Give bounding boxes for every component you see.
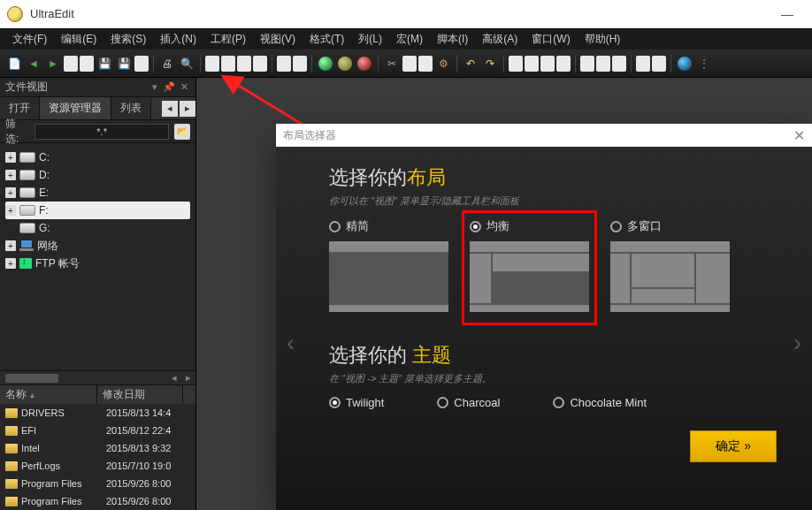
- radio-icon[interactable]: [329, 397, 341, 408]
- save-icon[interactable]: 💾: [96, 55, 113, 72]
- sidebar-tab-list[interactable]: 列表: [111, 97, 151, 119]
- doc-icon-f[interactable]: [293, 56, 307, 72]
- menu-column[interactable]: 列(L): [351, 32, 389, 47]
- theme-option-charcoal[interactable]: Charcoal: [437, 396, 500, 409]
- paste-icon[interactable]: [418, 56, 433, 72]
- tab-scroll-right-icon[interactable]: ▸: [180, 101, 195, 117]
- ok-button[interactable]: 确定 »: [690, 430, 777, 462]
- list-item[interactable]: Program Files2015/9/26 8:00: [0, 492, 195, 510]
- expander-icon[interactable]: +: [5, 205, 16, 216]
- doc-icon-e[interactable]: [277, 56, 291, 72]
- save-all-icon[interactable]: 💾: [115, 55, 133, 72]
- macro-record-icon[interactable]: [336, 55, 354, 72]
- expander-icon[interactable]: +: [5, 170, 16, 180]
- panel-dropdown-icon[interactable]: ▾: [150, 81, 159, 93]
- menu-help[interactable]: 帮助(H): [578, 32, 628, 47]
- panel-close-icon[interactable]: ✕: [179, 81, 190, 93]
- drive-item-e[interactable]: +E:: [5, 184, 190, 202]
- list-item[interactable]: Program Files2015/9/26 8:00: [0, 475, 195, 492]
- menu-insert[interactable]: 插入(N): [153, 32, 203, 47]
- column-header-name[interactable]: 名称: [0, 385, 97, 404]
- macro-stop-icon[interactable]: [356, 55, 373, 72]
- web-icon[interactable]: [676, 55, 693, 72]
- page-group-icon[interactable]: [134, 56, 149, 72]
- open-folder-icon[interactable]: 📂: [174, 124, 190, 140]
- scroll-right-icon[interactable]: ▸: [181, 372, 195, 384]
- column-header-date[interactable]: 修改日期: [97, 385, 183, 404]
- expander-icon[interactable]: +: [5, 152, 16, 163]
- column-resize-handle[interactable]: [183, 385, 195, 404]
- print-icon[interactable]: 🖨: [158, 55, 176, 72]
- tab-scroll-left-icon[interactable]: ◂: [162, 101, 178, 117]
- menu-file[interactable]: 文件(F): [5, 32, 54, 47]
- filter-input[interactable]: [34, 124, 169, 140]
- scroll-left-icon[interactable]: ◂: [167, 372, 181, 384]
- expander-icon[interactable]: +: [5, 187, 16, 198]
- list-item[interactable]: DRIVERS2015/8/13 14:4: [0, 404, 195, 422]
- carousel-next-icon[interactable]: ›: [793, 329, 801, 357]
- layout-option-multiwindow[interactable]: 多窗口: [610, 218, 730, 312]
- drive-item-d[interactable]: +D:: [5, 166, 190, 184]
- menu-edit[interactable]: 编辑(E): [54, 32, 103, 47]
- list-item[interactable]: Intel2015/8/13 9:32: [0, 439, 195, 457]
- panel-pin-icon[interactable]: 📌: [161, 81, 177, 93]
- doc-icon-d[interactable]: [253, 56, 267, 72]
- doc-icon-b[interactable]: [221, 56, 235, 72]
- radio-icon[interactable]: [437, 397, 448, 408]
- macro-play-icon[interactable]: [317, 55, 334, 72]
- copy-icon[interactable]: [402, 56, 417, 72]
- menu-window[interactable]: 窗口(W): [525, 32, 577, 47]
- nav-fwd-icon[interactable]: ►: [44, 55, 62, 72]
- theme-option-twilight[interactable]: Twilight: [329, 396, 384, 409]
- menu-advanced[interactable]: 高级(A): [475, 32, 525, 47]
- drive-item-network[interactable]: +网络: [5, 237, 190, 255]
- view-icon-1[interactable]: [580, 56, 594, 72]
- layout-icon-2[interactable]: [652, 56, 666, 72]
- misc-icon-3[interactable]: [540, 56, 555, 72]
- view-icon-3[interactable]: [612, 56, 626, 72]
- radio-icon[interactable]: [610, 221, 622, 232]
- layout-option-balanced[interactable]: 均衡: [470, 218, 589, 317]
- menu-script[interactable]: 脚本(I): [430, 32, 475, 47]
- redo-icon[interactable]: ↷: [481, 55, 499, 72]
- undo-icon[interactable]: ↶: [462, 55, 479, 72]
- list-item[interactable]: PerfLogs2015/7/10 19:0: [0, 457, 195, 475]
- carousel-prev-icon[interactable]: ‹: [287, 329, 295, 357]
- page-icon-2[interactable]: [80, 56, 94, 72]
- layout-option-simple[interactable]: 精简: [329, 218, 448, 312]
- page-icon[interactable]: [64, 56, 78, 72]
- theme-option-chocolate-mint[interactable]: Chocolate Mint: [553, 396, 647, 409]
- menu-search[interactable]: 搜索(S): [103, 32, 153, 47]
- drive-item-c[interactable]: +C:: [5, 148, 190, 166]
- drive-item-g[interactable]: G:: [5, 219, 190, 237]
- list-item[interactable]: EFI2015/8/12 22:4: [0, 422, 195, 439]
- cut-icon[interactable]: ✂: [383, 55, 401, 72]
- menu-project[interactable]: 工程(P): [203, 32, 253, 47]
- expander-icon[interactable]: +: [5, 240, 16, 251]
- misc-icon-4[interactable]: [556, 56, 571, 72]
- expander-icon[interactable]: +: [5, 258, 16, 269]
- drive-item-ftp[interactable]: +FTP 帐号: [5, 255, 190, 272]
- radio-icon[interactable]: [470, 221, 481, 232]
- layout-icon-1[interactable]: [636, 56, 650, 72]
- misc-icon-1[interactable]: [509, 56, 523, 72]
- doc-icon-c[interactable]: [237, 56, 251, 72]
- new-file-icon[interactable]: 📄: [5, 55, 23, 72]
- dialog-titlebar[interactable]: 布局选择器 ✕: [276, 124, 812, 147]
- dialog-close-icon[interactable]: ✕: [793, 127, 805, 144]
- drive-item-f[interactable]: +F:: [5, 202, 190, 219]
- scrollbar-thumb[interactable]: [5, 374, 58, 383]
- menu-macro[interactable]: 宏(M): [389, 32, 430, 47]
- doc-icon-a[interactable]: [205, 56, 219, 72]
- radio-icon[interactable]: [553, 397, 564, 408]
- print-preview-icon[interactable]: 🔍: [178, 55, 195, 72]
- menu-view[interactable]: 视图(V): [253, 32, 303, 47]
- settings-icon[interactable]: ⚙: [434, 55, 452, 72]
- sidebar-hscrollbar[interactable]: ◂▸: [0, 370, 195, 384]
- misc-icon-2[interactable]: [525, 56, 539, 72]
- menu-format[interactable]: 格式(T): [303, 32, 351, 47]
- view-icon-2[interactable]: [596, 56, 610, 72]
- radio-icon[interactable]: [329, 221, 341, 232]
- nav-back-icon[interactable]: ◄: [25, 55, 42, 72]
- toolbar-more-icon[interactable]: ⋮: [695, 55, 713, 72]
